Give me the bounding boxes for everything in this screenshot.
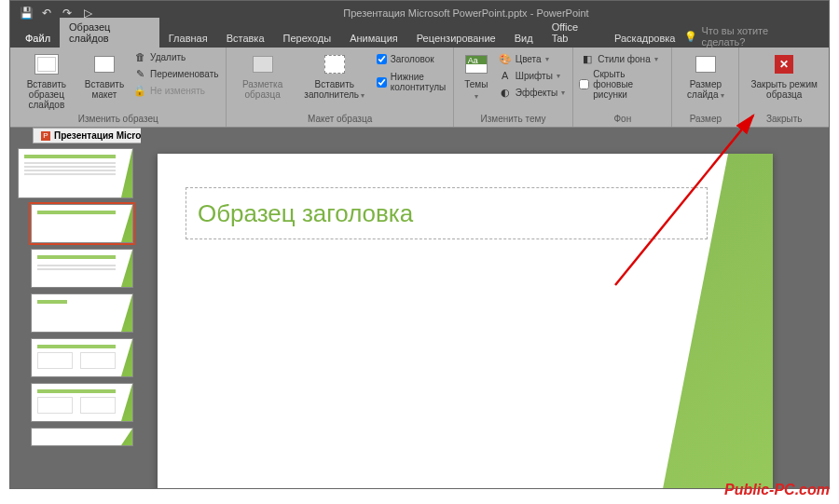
bg-styles-icon: ◧	[581, 52, 594, 65]
tab-insert[interactable]: Вставка	[217, 29, 274, 48]
tab-transitions[interactable]: Переходы	[274, 29, 341, 48]
group-label-edit-theme: Изменить тему	[460, 112, 567, 127]
master-thumbnail[interactable]	[18, 148, 133, 198]
group-label-edit-master: Изменить образец	[16, 112, 220, 127]
tell-me-search[interactable]: 💡 Что вы хотите сделать?	[684, 25, 829, 48]
save-icon[interactable]: 💾	[20, 7, 33, 20]
tab-storyboarding[interactable]: Раскадровка	[605, 29, 684, 48]
lightbulb-icon: 💡	[684, 31, 697, 43]
insert-placeholder-button[interactable]: Вставить заполнитель	[296, 49, 373, 102]
tab-slide-master[interactable]: Образец слайдов	[60, 18, 159, 48]
slide-size-button[interactable]: Размер слайда	[678, 49, 733, 102]
content-area: Образец заголовка	[10, 128, 829, 488]
preserve-icon: 🔒	[133, 84, 146, 97]
group-label-size: Размер	[678, 112, 733, 127]
layout-thumbnail-2[interactable]	[31, 249, 133, 288]
colors-button[interactable]: 🎨Цвета	[497, 51, 567, 66]
tab-file[interactable]: Файл	[16, 29, 60, 48]
rename-icon: ✎	[133, 67, 146, 80]
title-placeholder-text: Образец заголовка	[198, 199, 413, 228]
preserve-button[interactable]: 🔒Не изменять	[131, 83, 220, 98]
layout-thumbnail-6[interactable]	[31, 428, 133, 446]
tab-office-tab[interactable]: Office Tab	[543, 18, 605, 48]
title-checkbox[interactable]: Заголовок	[377, 53, 447, 65]
delete-icon: 🗑	[133, 50, 146, 63]
tab-animations[interactable]: Анимация	[340, 29, 407, 48]
themes-button[interactable]: Темы	[460, 49, 493, 103]
layout-thumbnail-3[interactable]	[31, 293, 133, 333]
ribbon: Вставить образец слайдов Вставить макет …	[10, 48, 829, 128]
slide-canvas[interactable]: Образец заголовка	[158, 154, 773, 488]
layout-thumbnail-1[interactable]	[31, 204, 133, 243]
group-label-close: Закрыть	[745, 112, 823, 127]
effects-button[interactable]: ◐Эффекты	[497, 85, 567, 100]
title-placeholder[interactable]: Образец заголовка	[186, 187, 708, 239]
master-layout-button[interactable]: Разметка образца	[232, 49, 292, 102]
tab-view[interactable]: Вид	[505, 29, 543, 48]
group-label-master-layout: Макет образца	[232, 112, 447, 127]
delete-button[interactable]: 🗑Удалить	[131, 49, 220, 64]
insert-slide-master-button[interactable]: Вставить образец слайдов	[16, 49, 77, 112]
slide-editor[interactable]: Образец заголовка	[141, 128, 829, 488]
group-size: Размер слайда Размер	[672, 48, 739, 127]
window-title: Презентация Microsoft PowerPoint.pptx - …	[103, 7, 829, 19]
tell-me-placeholder: Что вы хотите сделать?	[701, 25, 810, 48]
ribbon-tabs: Файл Образец слайдов Главная Вставка Пер…	[10, 25, 829, 48]
fonts-icon: A	[499, 69, 512, 82]
powerpoint-icon: P	[41, 131, 50, 141]
group-background: ◧Стили фона Скрыть фоновые рисунки Фон	[573, 48, 672, 127]
close-icon: ✕	[775, 55, 793, 74]
tab-home[interactable]: Главная	[159, 29, 217, 48]
app-window: 💾 ↶ ↷ ▷ Презентация Microsoft PowerPoint…	[9, 0, 830, 489]
fonts-button[interactable]: AШрифты	[497, 68, 567, 83]
group-edit-master: Вставить образец слайдов Вставить макет …	[10, 48, 227, 127]
group-close: ✕ Закрыть режим образца Закрыть	[739, 48, 829, 127]
insert-layout-button[interactable]: Вставить макет	[81, 49, 128, 102]
group-master-layout: Разметка образца Вставить заполнитель За…	[227, 48, 453, 127]
effects-icon: ◐	[499, 86, 512, 99]
close-master-view-button[interactable]: ✕ Закрыть режим образца	[745, 49, 823, 102]
group-edit-theme: Темы 🎨Цвета AШрифты ◐Эффекты Изменить те…	[454, 48, 573, 127]
layout-thumbnail-5[interactable]	[31, 383, 133, 422]
tab-review[interactable]: Рецензирование	[407, 29, 505, 48]
undo-icon[interactable]: ↶	[40, 7, 53, 20]
layout-thumbnail-4[interactable]	[31, 338, 133, 377]
group-label-background: Фон	[579, 112, 666, 127]
rename-button[interactable]: ✎Переименовать	[131, 66, 220, 81]
thumbnails-pane[interactable]	[10, 128, 141, 488]
watermark: Public-PC.com	[724, 482, 830, 498]
hide-bg-checkbox[interactable]: Скрыть фоновые рисунки	[579, 68, 666, 101]
footers-checkbox[interactable]: Нижние колонтитулы	[377, 71, 447, 93]
colors-icon: 🎨	[499, 52, 512, 65]
background-styles-button[interactable]: ◧Стили фона	[579, 51, 666, 66]
